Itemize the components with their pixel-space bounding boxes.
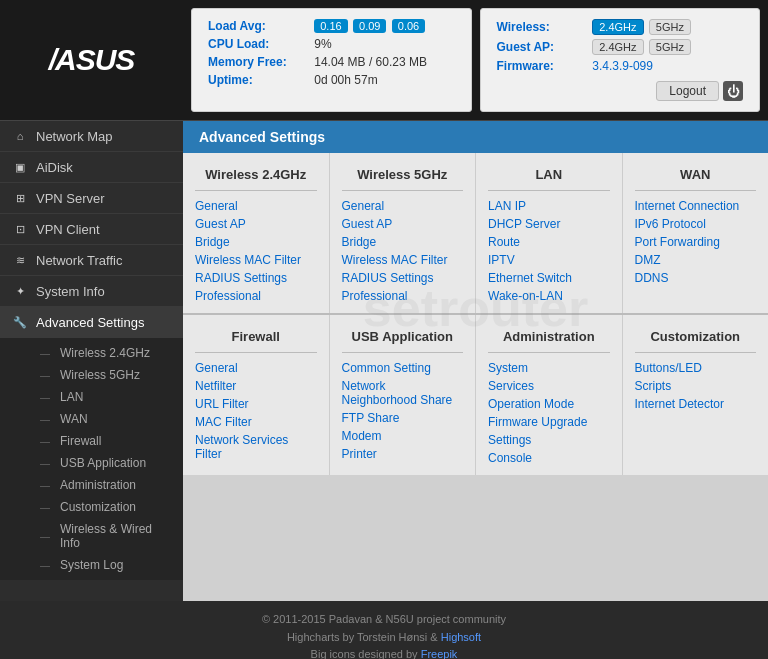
lan-col: LAN LAN IP DHCP Server Route IPTV Ethern… bbox=[476, 153, 623, 313]
link-settings[interactable]: Settings bbox=[488, 431, 610, 449]
sidebar-item-network-map[interactable]: ⌂ Network Map bbox=[0, 121, 183, 152]
link-general-5g[interactable]: General bbox=[342, 197, 464, 215]
sidebar-sub-firewall[interactable]: Firewall bbox=[32, 430, 183, 452]
link-guest-ap-5g[interactable]: Guest AP bbox=[342, 215, 464, 233]
lan-header: LAN bbox=[488, 161, 610, 191]
wireless-2.4ghz-toggle[interactable]: 2.4GHz bbox=[592, 19, 643, 35]
link-ipv6[interactable]: IPv6 Protocol bbox=[635, 215, 757, 233]
link-ethernet-switch[interactable]: Ethernet Switch bbox=[488, 269, 610, 287]
link-lan-ip[interactable]: LAN IP bbox=[488, 197, 610, 215]
link-services[interactable]: Services bbox=[488, 377, 610, 395]
link-firmware-upgrade[interactable]: Firmware Upgrade bbox=[488, 413, 610, 431]
cpu-load-value: 9% bbox=[310, 35, 458, 53]
wrench-icon: 🔧 bbox=[12, 314, 28, 330]
link-dhcp-server[interactable]: DHCP Server bbox=[488, 215, 610, 233]
link-general-2.4[interactable]: General bbox=[195, 197, 317, 215]
link-internet-detector[interactable]: Internet Detector bbox=[635, 395, 757, 413]
link-network-services-filter[interactable]: Network Services Filter bbox=[195, 431, 317, 463]
wireless-5ghz-toggle[interactable]: 5GHz bbox=[649, 19, 691, 35]
link-console[interactable]: Console bbox=[488, 449, 610, 467]
load-val-2: 0.09 bbox=[353, 19, 386, 33]
freepik-link[interactable]: Freepik bbox=[421, 648, 458, 659]
sidebar-sub-customization[interactable]: Customization bbox=[32, 496, 183, 518]
link-professional-2.4[interactable]: Professional bbox=[195, 287, 317, 305]
sidebar-item-vpn-client[interactable]: ⊡ VPN Client bbox=[0, 214, 183, 245]
sidebar-item-vpn-server[interactable]: ⊞ VPN Server bbox=[0, 183, 183, 214]
sidebar-sub-wireless-2.4ghz[interactable]: Wireless 2.4GHz bbox=[32, 342, 183, 364]
firmware-label: Firmware: bbox=[493, 57, 589, 75]
wan-col: WAN Internet Connection IPv6 Protocol Po… bbox=[623, 153, 769, 313]
load-avg-label: Load Avg: bbox=[204, 17, 310, 35]
customization-col: Customization Buttons/LED Scripts Intern… bbox=[623, 315, 769, 475]
link-internet-connection[interactable]: Internet Connection bbox=[635, 197, 757, 215]
sidebar-item-network-traffic[interactable]: ≋ Network Traffic bbox=[0, 245, 183, 276]
link-bridge-2.4[interactable]: Bridge bbox=[195, 233, 317, 251]
guest-ap-label: Guest AP: bbox=[493, 37, 589, 57]
guest-ap-5ghz-toggle[interactable]: 5GHz bbox=[649, 39, 691, 55]
highsoft-link[interactable]: Highsoft bbox=[441, 631, 481, 643]
uptime-label: Uptime: bbox=[204, 71, 310, 89]
link-system[interactable]: System bbox=[488, 359, 610, 377]
link-scripts[interactable]: Scripts bbox=[635, 377, 757, 395]
sidebar-sub-lan[interactable]: LAN bbox=[32, 386, 183, 408]
link-route[interactable]: Route bbox=[488, 233, 610, 251]
link-mac-filter-2.4[interactable]: Wireless MAC Filter bbox=[195, 251, 317, 269]
traffic-icon: ≋ bbox=[12, 252, 28, 268]
sidebar-item-aidisk[interactable]: ▣ AiDisk bbox=[0, 152, 183, 183]
link-operation-mode[interactable]: Operation Mode bbox=[488, 395, 610, 413]
sidebar-sub-system-log[interactable]: System Log bbox=[32, 554, 183, 576]
link-printer[interactable]: Printer bbox=[342, 445, 464, 463]
link-port-forwarding[interactable]: Port Forwarding bbox=[635, 233, 757, 251]
guest-ap-2.4ghz-toggle[interactable]: 2.4GHz bbox=[592, 39, 643, 55]
system-stats-panel: Load Avg: 0.16 0.09 0.06 CPU Load: 9% Me… bbox=[191, 8, 472, 112]
wireless-5ghz-col: Wireless 5GHz General Guest AP Bridge Wi… bbox=[330, 153, 477, 313]
link-ftp-share[interactable]: FTP Share bbox=[342, 409, 464, 427]
link-iptv[interactable]: IPTV bbox=[488, 251, 610, 269]
sidebar-sub-usb-application[interactable]: USB Application bbox=[32, 452, 183, 474]
wireless-2.4ghz-header: Wireless 2.4GHz bbox=[195, 161, 317, 191]
footer-line3: Big icons designed by Freepik bbox=[10, 646, 758, 659]
power-icon[interactable]: ⏻ bbox=[723, 81, 743, 101]
link-modem[interactable]: Modem bbox=[342, 427, 464, 445]
advanced-section-2: Firewall General Netfilter URL Filter MA… bbox=[183, 315, 768, 475]
sidebar-item-system-info[interactable]: ✦ System Info bbox=[0, 276, 183, 307]
logout-button[interactable]: Logout bbox=[656, 81, 719, 101]
link-common-setting[interactable]: Common Setting bbox=[342, 359, 464, 377]
disk-icon: ▣ bbox=[12, 159, 28, 175]
link-network-neighborhood-share[interactable]: Network Neighborhood Share bbox=[342, 377, 464, 409]
link-radius-2.4[interactable]: RADIUS Settings bbox=[195, 269, 317, 287]
link-dmz[interactable]: DMZ bbox=[635, 251, 757, 269]
sidebar: ⌂ Network Map ▣ AiDisk ⊞ VPN Server ⊡ VP… bbox=[0, 121, 183, 601]
footer-line2: Highcharts by Torstein Hønsi & Highsoft bbox=[10, 629, 758, 647]
firmware-value[interactable]: 3.4.3.9-099 bbox=[592, 59, 653, 73]
link-guest-ap-2.4[interactable]: Guest AP bbox=[195, 215, 317, 233]
administration-col: Administration System Services Operation… bbox=[476, 315, 623, 475]
administration-header: Administration bbox=[488, 323, 610, 353]
link-url-filter[interactable]: URL Filter bbox=[195, 395, 317, 413]
link-professional-5g[interactable]: Professional bbox=[342, 287, 464, 305]
link-ddns[interactable]: DDNS bbox=[635, 269, 757, 287]
link-mac-filter-fw[interactable]: MAC Filter bbox=[195, 413, 317, 431]
firewall-header: Firewall bbox=[195, 323, 317, 353]
link-buttons-led[interactable]: Buttons/LED bbox=[635, 359, 757, 377]
link-mac-filter-5g[interactable]: Wireless MAC Filter bbox=[342, 251, 464, 269]
sidebar-item-advanced-settings[interactable]: 🔧 Advanced Settings bbox=[0, 307, 183, 338]
link-wake-on-lan[interactable]: Wake-on-LAN bbox=[488, 287, 610, 305]
logo: / ASUS bbox=[0, 0, 183, 120]
content-header: Advanced Settings bbox=[183, 121, 768, 153]
sidebar-sub-wireless-wired-info[interactable]: Wireless & Wired Info bbox=[32, 518, 183, 554]
uptime-value: 0d 00h 57m bbox=[310, 71, 458, 89]
usb-app-header: USB Application bbox=[342, 323, 464, 353]
footer-line1: © 2011-2015 Padavan & N56U project commu… bbox=[10, 611, 758, 629]
sidebar-sub-wireless-5ghz[interactable]: Wireless 5GHz bbox=[32, 364, 183, 386]
sidebar-sub-wan[interactable]: WAN bbox=[32, 408, 183, 430]
wireless-panel: Wireless: 2.4GHz 5GHz Guest AP: 2.4GHz 5… bbox=[480, 8, 761, 112]
memory-free-value: 14.04 MB / 60.23 MB bbox=[310, 53, 458, 71]
link-bridge-5g[interactable]: Bridge bbox=[342, 233, 464, 251]
usb-application-col: USB Application Common Setting Network N… bbox=[330, 315, 477, 475]
link-radius-5g[interactable]: RADIUS Settings bbox=[342, 269, 464, 287]
link-netfilter[interactable]: Netfilter bbox=[195, 377, 317, 395]
load-val-3: 0.06 bbox=[392, 19, 425, 33]
link-fw-general[interactable]: General bbox=[195, 359, 317, 377]
sidebar-sub-administration[interactable]: Administration bbox=[32, 474, 183, 496]
